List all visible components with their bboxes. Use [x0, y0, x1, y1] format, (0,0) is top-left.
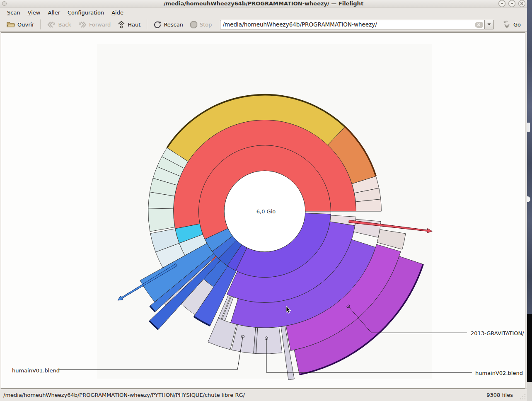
radial-map-view: 6,0 Gio 2013-GRAVITATION/ humainV01.blen…: [1, 32, 525, 389]
callout-label-2013-gravitation: 2013-GRAVITATION/: [471, 330, 524, 336]
maximize-button[interactable]: [508, 0, 515, 7]
window-title: /media/homeuhWheezy64b/PROGRAMMATION-whe…: [0, 0, 527, 7]
desktop-background: [527, 0, 532, 401]
chart-segment[interactable]: [256, 327, 282, 354]
menu-view[interactable]: View: [24, 8, 44, 17]
url-dropdown-button[interactable]: [484, 20, 494, 29]
go-jump-icon: [503, 20, 511, 29]
minimize-button[interactable]: [498, 0, 505, 7]
go-button[interactable]: Go: [500, 19, 524, 30]
stop-icon: [190, 21, 198, 29]
menubar: Scan View Aller Configuration Aide: [0, 7, 527, 17]
callout-label-humainV01: humainV01.blend: [12, 367, 60, 374]
folder-open-icon: [6, 21, 15, 28]
back-icon: [47, 21, 56, 28]
back-button[interactable]: Back: [44, 19, 74, 30]
chevron-down-icon: [500, 2, 504, 5]
close-button[interactable]: [518, 0, 525, 7]
menu-scan[interactable]: Scan: [3, 8, 24, 17]
total-size-label: 6,0 Gio: [245, 208, 287, 215]
statusbar: /media/homeuhWheezy64b/PROGRAMMATION-whe…: [0, 389, 527, 401]
rescan-button[interactable]: Rescan: [150, 19, 186, 30]
toolbar-separator: [40, 19, 41, 29]
desktop-panel-fragment: [527, 382, 532, 401]
open-button[interactable]: Ouvrir: [3, 19, 37, 30]
clear-url-button[interactable]: [475, 22, 483, 28]
close-icon: [520, 2, 524, 5]
titlebar: /media/homeuhWheezy64b/PROGRAMMATION-whe…: [0, 0, 527, 7]
menu-configuration[interactable]: Configuration: [64, 8, 108, 17]
url-field: [220, 20, 484, 29]
forward-icon: [78, 21, 87, 28]
rescan-icon: [153, 21, 162, 29]
filelight-window: /media/homeuhWheezy64b/PROGRAMMATION-whe…: [0, 0, 527, 401]
menu-aller[interactable]: Aller: [44, 8, 64, 17]
forward-button[interactable]: Forward: [75, 19, 114, 30]
toolbar-separator: [147, 19, 147, 29]
wallpaper: [527, 0, 532, 314]
status-path: /media/homeuhWheezy64b/PROGRAMMATION-whe…: [3, 392, 486, 398]
desktop-black-area: [527, 314, 532, 382]
toolbar: Ouvrir Back Forward Haut: [0, 17, 527, 32]
callout-label-humainV02: humainV02.blend: [475, 370, 523, 376]
resize-grip[interactable]: [520, 394, 526, 400]
chart-segment[interactable]: [148, 208, 175, 232]
up-button[interactable]: Haut: [114, 19, 143, 30]
chevron-up-icon: [510, 2, 514, 5]
up-arrow-icon: [117, 21, 126, 29]
menu-aide[interactable]: Aide: [108, 8, 127, 17]
desktop-icon-fragment: [527, 123, 530, 132]
location-bar: [220, 20, 494, 29]
stop-button[interactable]: Stop: [187, 19, 215, 30]
dropdown-arrow-icon: [487, 23, 491, 26]
url-input[interactable]: [220, 20, 484, 29]
clear-icon: [477, 23, 481, 27]
desktop-icon-fragment: [527, 196, 530, 202]
status-file-count: 9308 files: [486, 392, 513, 398]
